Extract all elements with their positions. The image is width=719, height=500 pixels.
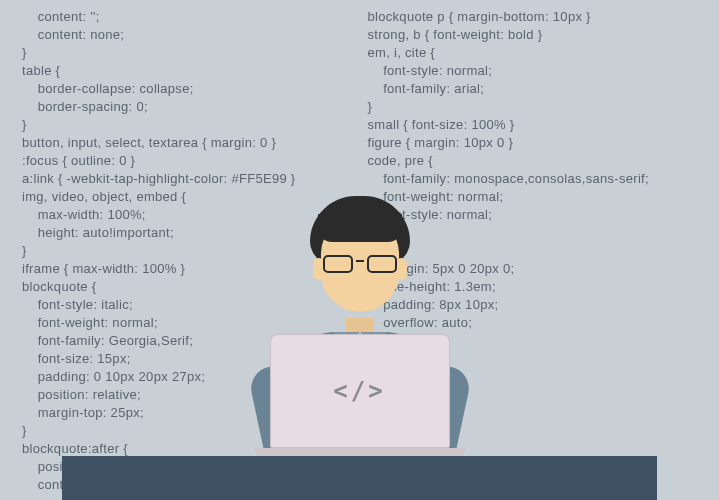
glasses-bridge [356, 260, 364, 263]
code-icon: </> [333, 377, 385, 405]
laptop-base [255, 448, 465, 456]
lens-right [367, 255, 397, 273]
glasses-icon [323, 254, 397, 274]
head [305, 196, 415, 322]
desk [62, 456, 657, 500]
hair-fringe [318, 214, 402, 242]
laptop: </> [255, 334, 465, 456]
lens-left [323, 255, 353, 273]
laptop-lid: </> [270, 334, 450, 448]
